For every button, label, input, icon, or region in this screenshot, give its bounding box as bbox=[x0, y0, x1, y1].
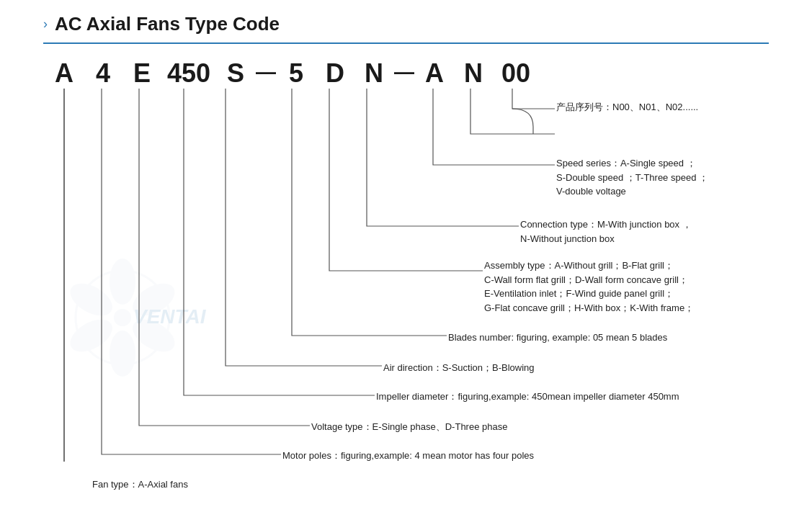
label-fan-type: Fan type：A-Axial fans bbox=[92, 477, 188, 492]
code-S: S bbox=[222, 58, 249, 89]
code-A2: A bbox=[421, 58, 448, 89]
code-5: 5 bbox=[282, 58, 310, 89]
code-00: 00 bbox=[499, 58, 533, 89]
label-motor-poles: Motor poles：figuring,example: 4 mean mot… bbox=[282, 449, 534, 463]
label-connection-type: Connection type：M-With junction box ， N-… bbox=[520, 217, 692, 246]
page-title: AC Axial Fans Type Code bbox=[55, 13, 280, 35]
label-air-direction: Air direction：S-Suction；B-Blowing bbox=[383, 361, 535, 375]
label-blades-number: Blades number: figuring, example: 05 mea… bbox=[448, 331, 667, 345]
code-dash1: — bbox=[255, 60, 277, 86]
title-divider bbox=[43, 42, 769, 44]
label-impeller-diameter: Impeller diameter：figuring,example: 450m… bbox=[376, 390, 679, 404]
diagram-area: A 4 E 450 S — 5 D N — A N 00 bbox=[43, 58, 769, 462]
code-A: A bbox=[50, 58, 78, 89]
label-speed-series: Speed series：A-Single speed ； S-Double s… bbox=[556, 156, 708, 199]
code-D: D bbox=[321, 58, 349, 89]
title-section: › AC Axial Fans Type Code bbox=[43, 13, 769, 35]
label-voltage-type: Voltage type：E-Single phase、D-Three phas… bbox=[311, 420, 507, 434]
code-E: E bbox=[128, 58, 156, 89]
label-product-series: 产品序列号：N00、N01、N02...... bbox=[556, 100, 698, 114]
title-arrow: › bbox=[43, 17, 48, 32]
label-assembly-type: Assembly type：A-Without grill；B-Flat gri… bbox=[484, 259, 694, 315]
code-N2: N bbox=[460, 58, 487, 89]
code-450: 450 bbox=[167, 58, 210, 89]
code-dash2: — bbox=[393, 60, 415, 86]
code-N: N bbox=[360, 58, 388, 89]
code-4: 4 bbox=[89, 58, 117, 89]
